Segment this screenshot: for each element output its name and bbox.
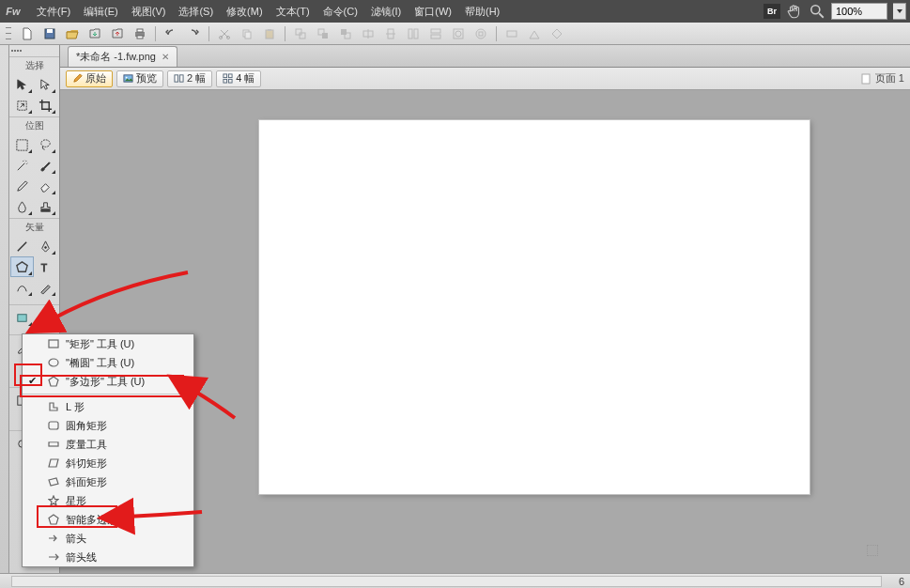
zoom-icon[interactable] [809, 3, 825, 20]
svg-point-37 [45, 246, 47, 248]
group-6-button[interactable] [403, 24, 424, 43]
redo-button[interactable] [183, 24, 204, 43]
svg-point-48 [126, 77, 128, 79]
view-preview-label: 预览 [136, 71, 157, 85]
new-button[interactable] [17, 24, 38, 43]
line-tool[interactable] [10, 236, 34, 256]
document-tabbar: *未命名 -1.fw.png ✕ [60, 45, 910, 68]
knife-tool[interactable] [34, 277, 57, 298]
blur-tool[interactable] [10, 196, 34, 217]
svg-marker-38 [17, 261, 27, 271]
lasso-tool[interactable] [34, 134, 57, 155]
flyout-measure[interactable]: 度量工具 [23, 435, 193, 454]
view-2up-button[interactable]: 2 幅 [167, 70, 212, 87]
svg-marker-67 [49, 496, 58, 505]
flyout-slant[interactable]: 斜面矩形 [23, 472, 193, 491]
document-tab[interactable]: *未命名 -1.fw.png ✕ [68, 46, 177, 67]
flyout-polygon[interactable]: ✔ "多边形" 工具 (U) [23, 372, 193, 391]
page-indicator-label: 页面 1 [875, 71, 904, 85]
flyout-skew[interactable]: 斜切矩形 [23, 454, 193, 472]
menu-text[interactable]: 文本(T) [270, 1, 316, 22]
subselect-tool[interactable] [34, 74, 57, 95]
brush-tool[interactable] [34, 155, 57, 176]
slant-icon [47, 475, 60, 488]
shape-tool[interactable] [10, 256, 34, 277]
flyout-lshape-label: L 形 [66, 400, 85, 414]
flyout-lshape[interactable]: L 形 [23, 397, 193, 416]
document-canvas[interactable] [259, 120, 810, 494]
freeform-tool[interactable] [10, 277, 34, 298]
menu-select[interactable]: 选择(S) [172, 1, 220, 22]
group-9-button[interactable] [470, 24, 491, 43]
view-original-button[interactable]: 原始 [66, 70, 113, 87]
menu-view[interactable]: 视图(V) [125, 1, 173, 22]
bridge-button[interactable]: Br [763, 4, 780, 19]
page-indicator[interactable]: 页面 1 [861, 71, 904, 85]
group-7-button[interactable] [425, 24, 446, 43]
two-up-icon [174, 73, 184, 84]
pencil-tool[interactable] [10, 176, 34, 196]
flyout-ellipse[interactable]: "椭圆" 工具 (U) [23, 353, 193, 372]
flyout-separator [23, 394, 193, 395]
flyout-arrow[interactable]: 箭头 [23, 529, 193, 548]
zoom-dropdown[interactable] [893, 3, 906, 20]
zoom-input[interactable]: 100% [831, 3, 887, 20]
flyout-rectangle[interactable]: "矩形" 工具 (U) [23, 334, 193, 353]
paste-button[interactable] [259, 24, 280, 43]
group-1-button[interactable] [290, 24, 311, 43]
horizontal-scrollbar[interactable] [11, 576, 882, 587]
cut-button[interactable] [214, 24, 235, 43]
menu-modify[interactable]: 修改(M) [220, 1, 270, 22]
export-button[interactable] [107, 24, 128, 43]
flyout-roundrect[interactable]: 圆角矩形 [23, 416, 193, 435]
group-5-button[interactable] [380, 24, 401, 43]
hand-tool-icon[interactable] [786, 3, 803, 20]
svg-rect-25 [431, 29, 440, 33]
view-preview-button[interactable]: 预览 [116, 70, 163, 87]
wand-tool[interactable] [10, 155, 34, 176]
panel-collapse-strip[interactable] [0, 45, 9, 573]
undo-button[interactable] [161, 24, 181, 43]
marquee-tool[interactable] [10, 134, 34, 155]
group-4-button[interactable] [358, 24, 378, 43]
checkmark-icon: ✔ [28, 375, 37, 387]
pen-tool[interactable] [34, 236, 57, 256]
menu-help[interactable]: 帮助(H) [458, 1, 506, 22]
save-button[interactable] [39, 24, 60, 43]
flyout-smartpoly[interactable]: 智能多边形 [23, 510, 193, 529]
svg-rect-6 [137, 36, 143, 39]
menu-file[interactable]: 文件(F) [30, 1, 77, 22]
rect-hotspot-tool[interactable] [10, 307, 34, 328]
group-8-button[interactable] [448, 24, 469, 43]
flyout-arrowline[interactable]: 箭头线 [23, 548, 193, 566]
scale-tool[interactable] [10, 95, 34, 116]
menu-commands[interactable]: 命令(C) [316, 1, 364, 22]
menu-window[interactable]: 窗口(W) [408, 1, 458, 22]
group-2-button[interactable] [313, 24, 333, 43]
view-4up-button[interactable]: 4 幅 [216, 70, 261, 87]
flyout-star[interactable]: 星形 [23, 491, 193, 510]
misc-3-button[interactable] [547, 24, 567, 43]
menu-filters[interactable]: 滤镜(I) [364, 1, 408, 22]
smartpoly-icon [47, 513, 60, 526]
misc-2-button[interactable] [524, 24, 545, 43]
slice-tool[interactable] [34, 307, 57, 328]
flyout-arrowline-label: 箭头线 [66, 550, 97, 565]
menu-edit[interactable]: 编辑(E) [77, 1, 125, 22]
misc-1-button[interactable] [501, 24, 522, 43]
toolbar-grip[interactable] [6, 25, 11, 42]
text-tool[interactable]: T [34, 256, 57, 277]
crop-tool[interactable] [34, 95, 57, 116]
copy-button[interactable] [237, 24, 257, 43]
stamp-tool[interactable] [34, 196, 57, 217]
tools-panel-grip[interactable] [9, 47, 59, 54]
pointer-tool[interactable] [10, 74, 34, 95]
group-3-button[interactable] [335, 24, 356, 43]
print-button[interactable] [130, 24, 150, 43]
eraser-tool[interactable] [34, 176, 57, 196]
polygon-icon [47, 375, 60, 388]
view-original-label: 原始 [85, 71, 106, 85]
open-button[interactable] [62, 24, 83, 43]
import-button[interactable] [85, 24, 105, 43]
close-tab-icon[interactable]: ✕ [162, 52, 169, 62]
